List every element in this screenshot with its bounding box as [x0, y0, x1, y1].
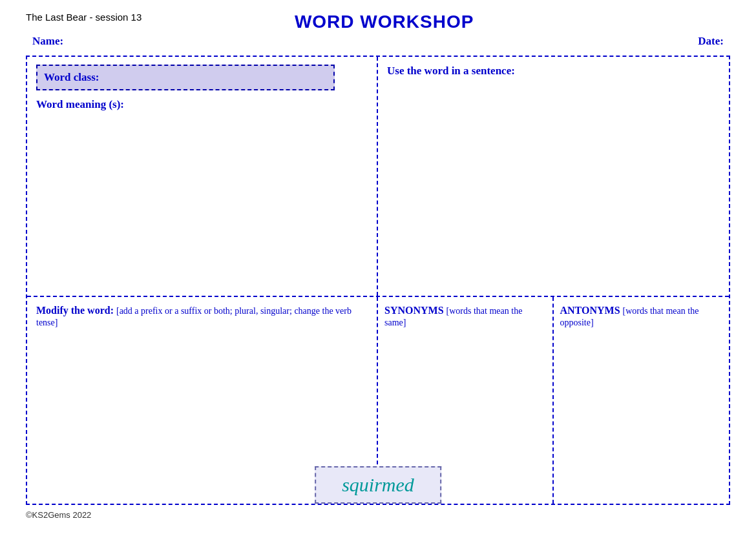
- use-in-sentence-heading: Use the word in a sentence:: [387, 65, 720, 77]
- word-meaning-heading: Word meaning (s):: [36, 98, 368, 111]
- synonyms-heading-bold: SYNONYMS: [384, 305, 444, 316]
- word-class-heading: Word class:: [44, 71, 99, 83]
- name-label: Name:: [32, 35, 63, 48]
- right-panel: Use the word in a sentence:: [378, 57, 729, 296]
- center-word-text: squirmed: [342, 474, 414, 495]
- main-title: WORD WORKSHOP: [142, 12, 627, 32]
- top-bar: The Last Bear - session 13 WORD WORKSHOP: [26, 12, 730, 32]
- date-label: Date:: [698, 35, 724, 48]
- session-label: The Last Bear - session 13: [26, 12, 142, 23]
- center-word-box: squirmed: [315, 466, 441, 504]
- bottom-right-panel: ANTONYMS [words that mean the opposite]: [554, 297, 730, 504]
- modify-heading: Modify the word: [add a prefix or a suff…: [36, 305, 368, 328]
- outer-container: Word class: Word meaning (s): Use the wo…: [26, 56, 730, 505]
- antonyms-heading: ANTONYMS [words that mean the opposite]: [560, 305, 723, 328]
- copyright-text: ©KS2Gems 2022: [26, 510, 91, 520]
- synonyms-heading: SYNONYMS [words that mean the same]: [384, 305, 546, 328]
- word-class-box: Word class:: [36, 65, 335, 90]
- name-date-row: Name: Date:: [26, 35, 730, 48]
- center-word-container: squirmed: [315, 466, 441, 504]
- top-section: Word class: Word meaning (s): Use the wo…: [27, 57, 729, 297]
- modify-heading-bold: Modify the word:: [36, 305, 114, 316]
- antonyms-heading-bold: ANTONYMS: [560, 305, 620, 316]
- left-panel: Word class: Word meaning (s):: [27, 57, 378, 296]
- page: The Last Bear - session 13 WORD WORKSHOP…: [0, 0, 756, 534]
- footer: ©KS2Gems 2022: [26, 510, 730, 520]
